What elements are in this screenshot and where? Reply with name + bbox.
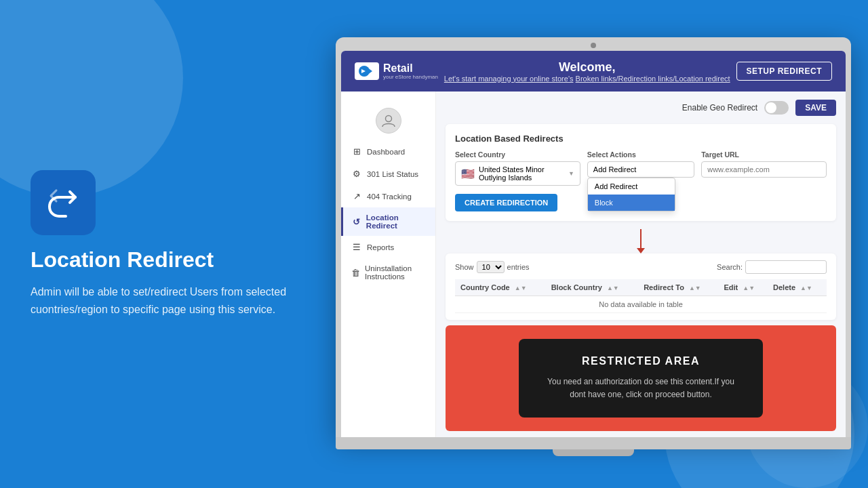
col-delete[interactable]: Delete ▲▼ <box>768 279 827 296</box>
search-label: Search: <box>717 263 743 271</box>
sidebar-item-dashboard[interactable]: ⊞ Dashboard <box>341 140 435 163</box>
uninstall-icon: 🗑 <box>351 268 360 278</box>
sort-icon: ▲▼ <box>800 285 812 291</box>
dropdown-item-block[interactable]: Block <box>588 195 675 211</box>
sidebar-item-404[interactable]: ↗ 404 Tracking <box>341 185 435 207</box>
app-header: Retail your eStore handyman Welcome, Let… <box>341 51 846 92</box>
geo-label: Enable Geo Redirect <box>682 103 757 113</box>
svg-point-1 <box>385 116 391 122</box>
app-logo: Retail your eStore handyman <box>355 62 438 80</box>
entries-label: entries <box>507 263 530 271</box>
logo-text: Retail <box>383 63 438 74</box>
laptop-frame: Retail your eStore handyman Welcome, Let… <box>336 37 851 456</box>
toggle-dot <box>766 102 776 113</box>
sidebar-item-label: Dashboard <box>367 148 405 156</box>
country-value: United States Minor Outlying Islands <box>479 165 564 182</box>
welcome-subtitle: Let's start managing your online store's… <box>444 75 730 83</box>
laptop-camera <box>591 43 596 48</box>
sidebar: ⊞ Dashboard ⚙ 301 List Status ↗ 404 Trac… <box>341 92 436 437</box>
actions-select[interactable]: Add Redirect Block <box>587 161 694 178</box>
col-edit[interactable]: Edit ▲▼ <box>718 279 768 296</box>
col-country-code[interactable]: Country Code ▲▼ <box>455 279 546 296</box>
sidebar-item-label: 404 Tracking <box>367 192 412 201</box>
left-panel: Location Redirect Admin will be able to … <box>31 170 295 318</box>
save-button[interactable]: SAVE <box>795 100 836 116</box>
sidebar-item-location-redirect[interactable]: ↺ Location Redirect <box>341 207 435 236</box>
tracking-icon: ↗ <box>351 191 362 201</box>
laptop-base <box>336 437 851 449</box>
list-icon: ⚙ <box>351 169 362 179</box>
redirect-icon <box>44 184 82 222</box>
sort-icon: ▲▼ <box>689 285 701 291</box>
section-title: Location Based Redirects <box>455 134 827 144</box>
restricted-text: You need an authorization do see this co… <box>540 375 741 401</box>
target-url-input[interactable] <box>701 161 827 178</box>
target-label: Target URL <box>701 150 827 159</box>
logo-sub: your eStore handyman <box>383 74 438 80</box>
feature-icon-box <box>31 170 96 235</box>
location-redirect-form: Location Based Redirects Select Country … <box>446 124 836 221</box>
laptop-stand <box>553 449 634 456</box>
sidebar-item-uninstall[interactable]: 🗑 Uninstallation Instructions <box>341 258 435 287</box>
dropdown-item-add[interactable]: Add Redirect <box>588 178 675 195</box>
reports-icon: ☰ <box>351 242 362 252</box>
flag-emoji: 🇺🇸 <box>461 167 475 180</box>
logo-icon <box>355 62 379 80</box>
restricted-area-wrap: RESTRICTED AREA You need an authorizatio… <box>446 325 836 431</box>
main-content: Enable Geo Redirect SAVE Location Based … <box>436 92 846 437</box>
dashboard-icon: ⊞ <box>351 146 362 157</box>
sidebar-item-label: Reports <box>367 243 394 251</box>
avatar <box>376 108 401 134</box>
restricted-box: RESTRICTED AREA You need an authorizatio… <box>519 339 763 418</box>
sort-icon: ▲▼ <box>515 285 527 291</box>
country-label: Select Country <box>455 150 580 159</box>
feature-title: Location Redirect <box>31 247 295 272</box>
data-table: Country Code ▲▼ Block Country ▲▼ Redirec… <box>455 279 827 313</box>
sidebar-avatar-wrap <box>341 98 435 140</box>
entries-select[interactable]: 10 <box>477 261 505 273</box>
sidebar-item-reports[interactable]: ☰ Reports <box>341 236 435 258</box>
country-select[interactable]: 🇺🇸 United States Minor Outlying Islands … <box>455 161 580 186</box>
actions-label: Select Actions <box>587 150 694 159</box>
col-block-country[interactable]: Block Country ▲▼ <box>546 279 639 296</box>
create-redirection-button[interactable]: CREATE REDIRECTION <box>455 194 557 211</box>
table-controls: Show 10 entries Search: <box>455 260 827 274</box>
col-redirect-to[interactable]: Redirect To ▲▼ <box>638 279 718 296</box>
sort-icon: ▲▼ <box>607 285 619 291</box>
geo-toggle[interactable] <box>764 101 789 115</box>
sidebar-item-label: 301 List Status <box>367 170 418 178</box>
arrow-head <box>637 248 645 253</box>
search-input[interactable] <box>745 260 827 274</box>
table-section: Show 10 entries Search: <box>446 253 836 320</box>
show-label: Show <box>455 263 474 271</box>
feature-description: Admin will be able to set/redirect Users… <box>31 283 295 318</box>
header-center: Welcome, Let's start managing your onlin… <box>444 60 730 83</box>
annotation-arrow <box>446 229 836 253</box>
chevron-down-icon: ▼ <box>568 170 574 177</box>
sidebar-item-301[interactable]: ⚙ 301 List Status <box>341 163 435 185</box>
welcome-title: Welcome, <box>444 60 730 75</box>
arrow-line <box>640 229 642 248</box>
redirect-nav-icon: ↺ <box>351 217 361 227</box>
show-entries: Show 10 entries <box>455 261 530 273</box>
sidebar-item-label: Uninstallation Instructions <box>365 264 427 281</box>
geo-redirect-bar: Enable Geo Redirect SAVE <box>446 100 836 116</box>
no-data-row: No data available in table <box>455 296 827 313</box>
restricted-title: RESTRICTED AREA <box>540 355 741 367</box>
sort-icon: ▲▼ <box>743 285 755 291</box>
setup-redirect-button[interactable]: SETUP REDIRECT <box>736 62 832 81</box>
search-box: Search: <box>717 260 827 274</box>
actions-dropdown: Add Redirect Block <box>587 178 675 211</box>
sidebar-item-label: Location Redirect <box>366 214 427 230</box>
